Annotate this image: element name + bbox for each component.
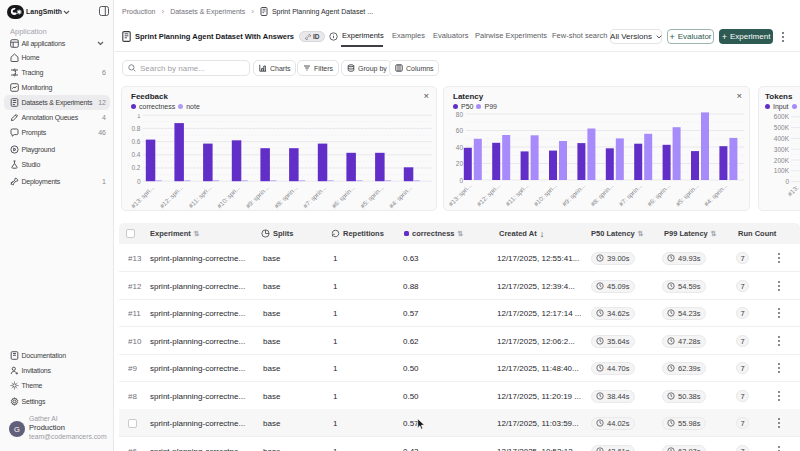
svg-text:200K: 200K: [774, 157, 790, 164]
svg-text:#11: spri...: #11: spri...: [187, 184, 213, 210]
svg-text:600K: 600K: [774, 114, 790, 120]
svg-text:#6: sprin...: #6: sprin...: [646, 182, 673, 209]
svg-text:#4: sprin...: #4: sprin...: [703, 182, 730, 209]
svg-text:#12: spri...: #12: spri...: [475, 182, 502, 209]
svg-text:#13: spri...: #13: spri...: [129, 184, 156, 211]
svg-text:#9: sprin...: #9: sprin...: [561, 182, 588, 209]
svg-text:40: 40: [456, 144, 464, 151]
svg-text:500K: 500K: [774, 124, 790, 131]
svg-text:0: 0: [785, 178, 789, 185]
svg-text:300K: 300K: [774, 146, 790, 153]
svg-text:0.4: 0.4: [131, 151, 140, 158]
svg-text:#7: sprin...: #7: sprin...: [617, 182, 644, 209]
svg-text:#4: sprin...: #4: sprin...: [387, 184, 414, 211]
svg-text:#5: sprin...: #5: sprin...: [359, 184, 386, 211]
svg-text:#5: sprin...: #5: sprin...: [674, 182, 701, 209]
svg-text:#10: spri...: #10: spri...: [215, 184, 242, 211]
svg-text:400K: 400K: [774, 135, 790, 142]
svg-text:1: 1: [137, 114, 141, 119]
svg-text:#8: sprin...: #8: sprin...: [589, 182, 616, 209]
svg-text:#9: sprin...: #9: sprin...: [244, 184, 271, 211]
svg-text:0: 0: [137, 178, 141, 185]
svg-text:#13:: #13:: [786, 184, 800, 198]
svg-text:#10: spri...: #10: spri...: [532, 182, 559, 209]
svg-text:#13: spri...: #13: spri...: [447, 182, 474, 209]
svg-text:0: 0: [459, 177, 463, 184]
svg-text:#7: sprin...: #7: sprin...: [301, 184, 328, 211]
svg-text:0.8: 0.8: [131, 125, 140, 132]
svg-text:#8: sprin...: #8: sprin...: [273, 184, 300, 211]
svg-text:20: 20: [456, 160, 464, 167]
svg-text:60: 60: [456, 127, 464, 134]
svg-text:100K: 100K: [774, 167, 790, 174]
svg-text:#12: spri...: #12: spri...: [158, 184, 185, 211]
svg-text:#6: sprin...: #6: sprin...: [330, 184, 357, 211]
svg-text:#11: spri...: #11: spri...: [504, 182, 530, 208]
svg-text:0.6: 0.6: [131, 138, 140, 145]
svg-text:80: 80: [456, 111, 464, 118]
svg-text:0.2: 0.2: [131, 164, 140, 171]
